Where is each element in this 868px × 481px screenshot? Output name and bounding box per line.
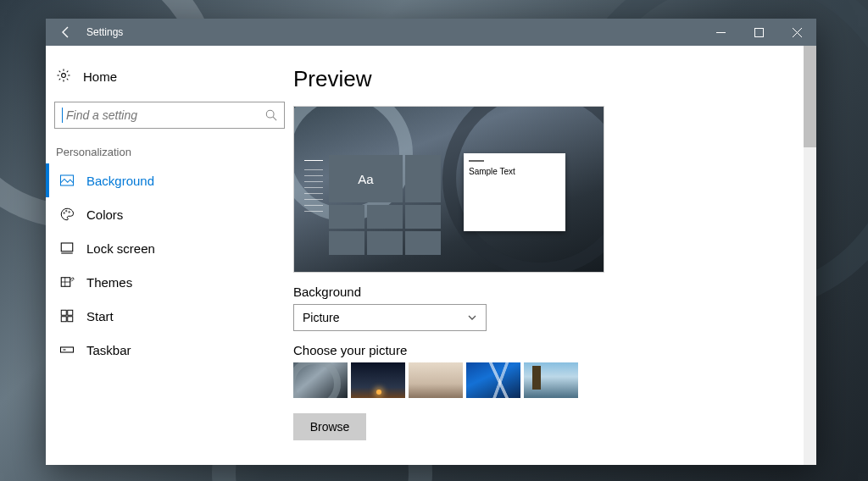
start-icon	[59, 308, 75, 323]
svg-rect-10	[68, 310, 73, 315]
window-preview: Sample Text	[464, 153, 565, 231]
image-icon	[59, 173, 75, 188]
svg-rect-3	[61, 175, 74, 185]
minimize-button[interactable]	[702, 19, 740, 46]
sidebar-item-label: Lock screen	[86, 241, 155, 256]
themes-icon	[59, 274, 75, 290]
svg-point-5	[66, 210, 68, 212]
sidebar-item-background[interactable]: Background	[46, 163, 293, 197]
svg-point-2	[266, 110, 274, 118]
chevron-down-icon	[467, 312, 477, 323]
preview-sample-text: Sample Text	[469, 167, 515, 176]
home-button[interactable]: Home	[46, 59, 293, 93]
choose-picture-label: Choose your picture	[293, 343, 816, 357]
category-header: Personalization	[46, 137, 293, 163]
titlebar: Settings	[46, 19, 816, 46]
gear-icon	[56, 68, 71, 86]
sidebar-item-label: Colors	[86, 207, 123, 222]
window-title: Settings	[86, 26, 702, 38]
close-button[interactable]	[778, 19, 816, 46]
search-input[interactable]	[54, 102, 285, 129]
picture-option-3[interactable]	[409, 362, 463, 398]
scrollbar-thumb[interactable]	[804, 46, 816, 147]
browse-button[interactable]: Browse	[293, 413, 366, 440]
start-menu-preview: Aa	[301, 155, 441, 265]
svg-rect-7	[61, 243, 73, 252]
palette-icon	[59, 207, 75, 222]
sidebar-item-label: Themes	[86, 275, 132, 290]
svg-point-1	[62, 73, 66, 77]
sidebar-item-colors[interactable]: Colors	[46, 197, 293, 231]
desktop-preview: Aa Sample Text	[293, 106, 604, 273]
svg-point-4	[64, 213, 65, 214]
picture-option-5[interactable]	[524, 362, 578, 398]
svg-rect-13	[61, 347, 74, 352]
picture-option-2[interactable]	[351, 362, 405, 398]
background-label: Background	[293, 285, 816, 299]
svg-rect-12	[68, 317, 73, 322]
sidebar-item-label: Start	[86, 309, 114, 323]
settings-window: Settings Home Personalization Background	[46, 19, 816, 465]
preview-tile-aa: Aa	[329, 155, 403, 202]
search-field[interactable]	[66, 108, 265, 122]
scrollbar[interactable]	[804, 46, 816, 465]
sidebar-item-taskbar[interactable]: Taskbar	[46, 333, 293, 367]
taskbar-icon	[59, 342, 75, 357]
back-button[interactable]	[46, 19, 86, 46]
picture-option-4[interactable]	[466, 362, 520, 398]
picture-thumbnails	[293, 362, 816, 398]
sidebar: Home Personalization Background Colors L…	[46, 46, 293, 465]
sidebar-item-lock-screen[interactable]: Lock screen	[46, 231, 293, 265]
background-dropdown[interactable]: Picture	[293, 304, 487, 331]
maximize-button[interactable]	[740, 19, 778, 46]
lockscreen-icon	[59, 240, 75, 256]
sidebar-item-label: Background	[86, 174, 154, 188]
picture-option-1[interactable]	[293, 362, 348, 398]
search-icon	[265, 109, 277, 121]
page-heading: Preview	[293, 66, 816, 92]
dropdown-value: Picture	[303, 311, 340, 324]
sidebar-item-start[interactable]: Start	[46, 299, 293, 333]
svg-rect-11	[61, 317, 66, 322]
sidebar-item-themes[interactable]: Themes	[46, 265, 293, 299]
home-label: Home	[83, 69, 117, 84]
sidebar-item-label: Taskbar	[86, 343, 131, 357]
svg-rect-9	[61, 310, 66, 315]
content-area: Preview Aa	[293, 46, 816, 465]
svg-point-6	[69, 212, 70, 213]
svg-rect-0	[755, 28, 764, 36]
